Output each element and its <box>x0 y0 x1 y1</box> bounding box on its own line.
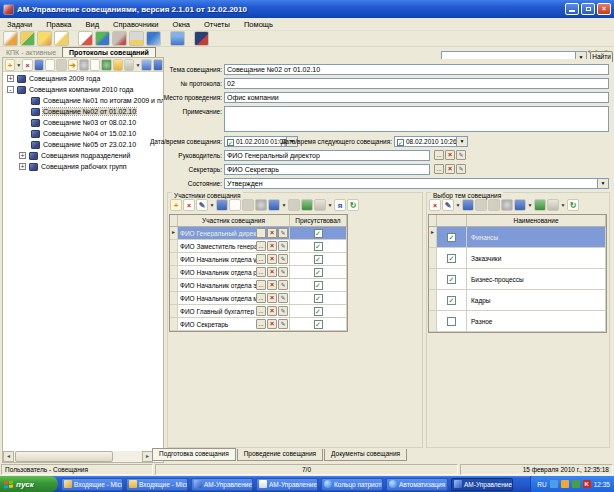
delete-button[interactable]: × <box>267 241 277 251</box>
delete-topic-icon[interactable]: × <box>429 199 441 211</box>
tema-field[interactable]: Совещание №02 от 01.02.10 <box>224 64 609 75</box>
topic-checkbox[interactable]: ✓ <box>447 275 456 284</box>
restore-button[interactable] <box>581 3 595 15</box>
ellipsis-button[interactable]: ... <box>256 280 266 290</box>
horizontal-scrollbar[interactable]: ◄ ► <box>3 451 153 462</box>
edit-button[interactable]: ✎ <box>278 228 288 238</box>
scrollbar-thumb[interactable] <box>15 451 113 462</box>
print-dropdown-icon[interactable]: ▼ <box>135 62 140 68</box>
tray-shield-icon[interactable] <box>572 480 580 488</box>
table-row[interactable]: ✓ Заказчики <box>429 248 606 269</box>
tree-item-selected[interactable]: Совещание №02 от 01.02.10 <box>3 106 163 117</box>
table-row[interactable]: ФИО Главный бухгалтер ...×✎ ✓ <box>170 305 347 318</box>
rukovoditel-clear-button[interactable]: × <box>445 150 455 160</box>
table-row[interactable]: ФИО Секретарь ...×✎ ✓ <box>170 318 347 331</box>
refresh-topics-icon[interactable]: ↻ <box>567 199 579 211</box>
delete-button[interactable]: × <box>267 293 277 303</box>
col-present[interactable]: Присутствовал <box>290 215 347 226</box>
exit-icon[interactable] <box>194 31 209 46</box>
sostoyanie-combo[interactable]: Утвержден ▼ <box>224 178 609 189</box>
export-icon[interactable] <box>268 199 280 211</box>
menu-reports[interactable]: Отчеты <box>197 19 237 30</box>
topic-checkbox[interactable]: ✓ <box>447 254 456 263</box>
table-row[interactable]: ФИО Начальник отдела разработ ...×✎ ✓ <box>170 266 347 279</box>
edit-participant-icon[interactable]: ✎ <box>196 199 208 211</box>
table-row[interactable]: ▸ ФИО Генеральный директор ...×✎ ✓ <box>170 227 347 240</box>
rukovoditel-field[interactable]: ФИО Генеральный директор <box>224 150 430 161</box>
edit-button[interactable]: ✎ <box>278 254 288 264</box>
table-row[interactable]: ФИО Начальник отдела маркетин ...×✎ ✓ <box>170 292 347 305</box>
tree-item[interactable]: + Совещания подразделений <box>3 150 163 161</box>
scroll-left-icon[interactable]: ◄ <box>3 451 14 462</box>
print-grid-icon[interactable] <box>314 199 326 211</box>
table-row[interactable]: ФИО Начальник отдела управлен ...×✎ ✓ <box>170 253 347 266</box>
taskbar-item[interactable]: Входящие - Micro... <box>61 478 123 491</box>
expander-icon[interactable]: + <box>19 163 26 170</box>
settings-icon[interactable] <box>112 31 127 46</box>
globe-gray-icon[interactable] <box>79 59 89 71</box>
tree-item[interactable]: + Совещания 2009 года <box>3 73 163 84</box>
ellipsis-button[interactable]: ... <box>256 319 266 329</box>
menu-tasks[interactable]: Задачи <box>0 19 39 30</box>
delete-button[interactable]: × <box>267 254 277 264</box>
next-date-dropdown-icon[interactable]: ▼ <box>456 137 467 146</box>
mail-icon[interactable] <box>141 59 151 71</box>
globe-icon[interactable] <box>101 59 111 71</box>
edit-protocol-icon[interactable] <box>54 31 69 46</box>
taskbar-item[interactable]: АМ-Управление_... <box>256 478 318 491</box>
table-row[interactable]: ▸ ✓ Финансы <box>429 227 606 248</box>
tree-item[interactable]: + Совещания рабочих групп <box>3 161 163 172</box>
window-icon[interactable] <box>170 31 185 46</box>
tray-update-icon[interactable] <box>561 480 569 488</box>
tray-antivirus-icon[interactable]: K <box>583 480 591 488</box>
rukovoditel-edit-button[interactable]: ✎ <box>456 150 466 160</box>
expander-icon[interactable]: + <box>7 75 14 82</box>
menu-edit[interactable]: Правка <box>39 19 78 30</box>
tasks-icon[interactable] <box>3 31 18 46</box>
web-icon[interactable] <box>95 31 110 46</box>
table-row[interactable]: ✓ Бизнес-процессы <box>429 269 606 290</box>
taskbar-item-active[interactable]: АМ-Управление с... <box>451 478 513 491</box>
present-checkbox[interactable]: ✓ <box>314 268 323 277</box>
tab-documents[interactable]: Документы совещания <box>324 449 407 461</box>
copy-icon[interactable] <box>45 59 55 71</box>
sort-icon[interactable]: я <box>334 199 346 211</box>
edit-topic-icon[interactable]: ✎ <box>442 199 454 211</box>
export-topics-icon[interactable] <box>514 199 526 211</box>
reference-book-icon[interactable] <box>146 31 161 46</box>
taskbar-item[interactable]: АМ-Управление с... <box>191 478 253 491</box>
present-checkbox[interactable]: ✓ <box>314 229 323 238</box>
language-indicator[interactable]: RU <box>537 481 546 488</box>
delete-button[interactable]: × <box>267 280 277 290</box>
protokol-field[interactable]: 02 <box>224 78 609 89</box>
taskbar-item[interactable]: Входящие - Micro... <box>126 478 188 491</box>
start-button[interactable]: пуск <box>0 476 58 492</box>
topic-checkbox[interactable]: ✓ <box>447 233 456 242</box>
topic-checkbox[interactable]: ✓ <box>447 296 456 305</box>
edit-button[interactable]: ✎ <box>278 280 288 290</box>
folder-icon[interactable] <box>113 59 123 71</box>
delete-participant-icon[interactable]: × <box>183 199 195 211</box>
next-date-checkbox[interactable]: ✓ <box>397 139 404 146</box>
primechanie-field[interactable] <box>224 106 609 132</box>
tree-item[interactable]: Совещание №01 по итогам 2009 и планам на… <box>3 95 163 106</box>
ellipsis-button[interactable]: ... <box>256 254 266 264</box>
ellipsis-button[interactable]: ... <box>256 293 266 303</box>
paste-row-icon[interactable] <box>242 199 254 211</box>
topic-checkbox-unchecked[interactable] <box>447 317 456 326</box>
excel-export-icon[interactable] <box>301 199 313 211</box>
excel-topics-icon[interactable] <box>534 199 546 211</box>
globe-gray-icon[interactable] <box>255 199 267 211</box>
edit-button[interactable]: ✎ <box>278 267 288 277</box>
edit-topic-dropdown-icon[interactable]: ▼ <box>455 202 461 208</box>
menu-view[interactable]: Вид <box>79 19 107 30</box>
save-grid-icon[interactable] <box>216 199 228 211</box>
expander-icon[interactable]: + <box>19 152 26 159</box>
print-tree-icon[interactable] <box>124 59 134 71</box>
paste-icon[interactable] <box>56 59 66 71</box>
table-row[interactable]: Разное <box>429 311 606 332</box>
present-checkbox[interactable]: ✓ <box>314 307 323 316</box>
new-node-dropdown-icon[interactable]: ▼ <box>16 62 21 68</box>
delete-button[interactable]: × <box>267 306 277 316</box>
copy-row-icon[interactable] <box>229 199 241 211</box>
